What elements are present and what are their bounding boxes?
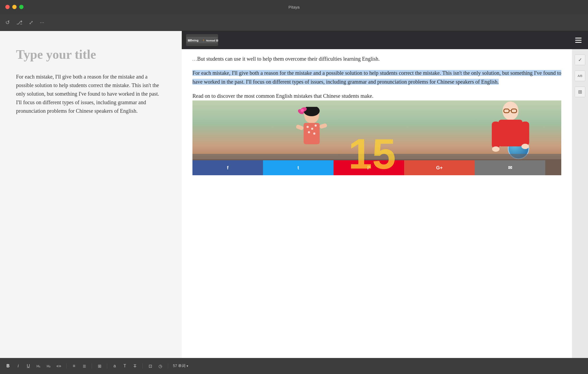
tray-icon[interactable]: ⊞ bbox=[575, 87, 585, 97]
more-icon[interactable]: ··· bbox=[40, 19, 44, 25]
minimize-button[interactable] bbox=[12, 5, 17, 9]
svg-rect-14 bbox=[296, 124, 304, 131]
erase-button[interactable]: T̶ bbox=[132, 364, 138, 369]
svg-point-10 bbox=[311, 128, 313, 130]
student-figure bbox=[296, 107, 328, 160]
browser-pane: ⊞Being 🚶 Nomad ⊟ …But students can use i… bbox=[182, 31, 588, 358]
googleplus-share-button[interactable]: G+ bbox=[404, 160, 475, 175]
svg-rect-22 bbox=[521, 122, 529, 146]
browser-article-image: 15 知乎 @可口可爱的瞌睡宝宝 f t P G+ ✉ bbox=[192, 100, 561, 175]
close-button[interactable] bbox=[5, 5, 10, 9]
svg-text:🚶 Nomad ⊟: 🚶 Nomad ⊟ bbox=[202, 39, 218, 42]
hamburger-line-1 bbox=[575, 38, 582, 38]
text-button[interactable]: T bbox=[122, 364, 127, 368]
browser-highlighted-paragraph: For each mistake, I'll give both a reaso… bbox=[192, 69, 561, 86]
toolbar-separator-5 bbox=[168, 363, 168, 369]
svg-rect-21 bbox=[492, 122, 500, 148]
window-controls bbox=[5, 5, 24, 9]
svg-text:⊞Being: ⊞Being bbox=[188, 39, 199, 42]
image-button[interactable]: ⊡ bbox=[148, 364, 153, 369]
formula-icon[interactable]: A/B bbox=[575, 71, 585, 81]
title-bar: Pitaya bbox=[0, 0, 588, 14]
facebook-share-button[interactable]: f bbox=[192, 160, 263, 175]
twitter-share-button[interactable]: t bbox=[263, 160, 334, 175]
svg-point-12 bbox=[308, 131, 310, 133]
email-share-button[interactable]: ✉ bbox=[475, 160, 545, 175]
strikethrough-button[interactable]: a bbox=[112, 364, 117, 368]
svg-point-9 bbox=[307, 126, 309, 128]
list-ordered-button[interactable]: ≣ bbox=[82, 364, 87, 369]
hamburger-line-3 bbox=[575, 42, 582, 43]
word-count-label[interactable]: 57 单词 bbox=[173, 364, 185, 368]
toolbar-separator-2 bbox=[92, 363, 92, 369]
toolbar-separator-1 bbox=[66, 363, 67, 369]
svg-rect-20 bbox=[498, 120, 523, 146]
hamburger-line-2 bbox=[575, 40, 582, 41]
clock-button[interactable]: ◷ bbox=[158, 364, 163, 369]
italic-button[interactable]: i bbox=[16, 364, 21, 368]
share-icon[interactable]: ⎇ bbox=[16, 19, 22, 26]
bottom-toolbar: B i U H₁ H₂ «» ≡ ≣ ⊞ a T T̶ ⊡ ◷ 57 单词 ▾ bbox=[0, 358, 588, 374]
highlighted-text-span: For each mistake, I'll give both a reaso… bbox=[192, 70, 561, 85]
expand-icon[interactable]: ⤢ bbox=[29, 19, 33, 26]
svg-point-13 bbox=[313, 133, 315, 135]
list-unordered-button[interactable]: ≡ bbox=[71, 364, 77, 368]
browser-header: ⊞Being 🚶 Nomad ⊟ bbox=[182, 31, 588, 49]
teacher-figure bbox=[489, 102, 532, 160]
bold-button[interactable]: B bbox=[5, 364, 11, 368]
underline-button[interactable]: U bbox=[26, 364, 31, 368]
site-logo: ⊞Being 🚶 Nomad ⊟ bbox=[186, 34, 218, 46]
editor-title-placeholder[interactable]: Type your title bbox=[16, 47, 166, 62]
browser-scroll-area[interactable]: …But students can use it well to help th… bbox=[192, 49, 561, 347]
hamburger-menu-icon[interactable] bbox=[573, 36, 584, 45]
svg-rect-15 bbox=[319, 123, 327, 129]
word-count-dropdown-icon[interactable]: ▾ bbox=[187, 364, 188, 368]
refresh-icon[interactable]: ↺ bbox=[5, 19, 10, 26]
maximize-button[interactable] bbox=[19, 5, 24, 9]
top-toolbar: ↺ ⎇ ⤢ ··· bbox=[0, 14, 588, 31]
svg-point-7 bbox=[301, 109, 304, 112]
link-button[interactable]: ⊞ bbox=[97, 364, 102, 369]
svg-point-23 bbox=[492, 146, 500, 152]
editor-pane: Type your title For each mistake, I'll g… bbox=[0, 31, 182, 358]
h1-button[interactable]: H₁ bbox=[36, 364, 41, 368]
check-icon[interactable]: ✓ bbox=[575, 54, 585, 65]
browser-read-on-text: Read on to discover the most common Engl… bbox=[192, 92, 561, 100]
h2-button[interactable]: H₂ bbox=[46, 364, 51, 368]
toolbar-separator-4 bbox=[142, 363, 143, 369]
editor-body-text[interactable]: For each mistake, I'll give both a reaso… bbox=[16, 72, 166, 115]
app-title: Pitaya bbox=[288, 5, 300, 9]
toolbar-separator-3 bbox=[107, 363, 107, 369]
right-sidebar: ✓ A/B ⊞ bbox=[572, 49, 588, 358]
intro-partial: … bbox=[192, 56, 197, 62]
svg-rect-8 bbox=[304, 123, 320, 144]
word-count-area: 57 单词 ▾ bbox=[173, 364, 188, 368]
browser-content: …But students can use it well to help th… bbox=[182, 49, 572, 358]
pinterest-share-button[interactable]: P bbox=[334, 160, 404, 175]
browser-logo: ⊞Being 🚶 Nomad ⊟ bbox=[186, 34, 218, 46]
browser-intro-text: …But students can use it well to help th… bbox=[192, 49, 561, 63]
svg-point-24 bbox=[521, 144, 529, 149]
svg-point-11 bbox=[315, 124, 317, 127]
quote-button[interactable]: «» bbox=[56, 364, 61, 368]
social-share-bar: f t P G+ ✉ bbox=[192, 160, 545, 175]
main-layout: Type your title For each mistake, I'll g… bbox=[0, 31, 588, 358]
